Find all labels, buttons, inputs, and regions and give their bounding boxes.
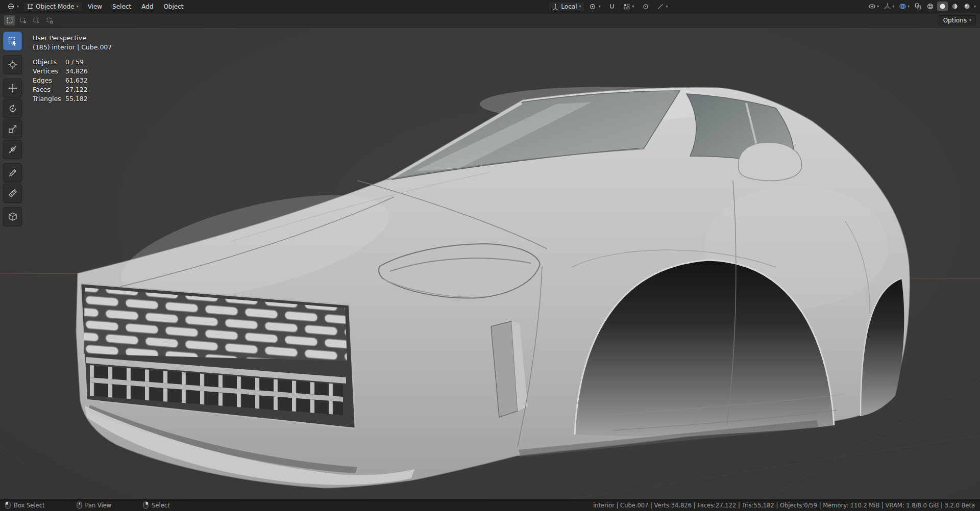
viewport-3d[interactable]: User Perspective (185) interior | Cube.0… bbox=[0, 28, 980, 499]
proportional-edit-icon bbox=[642, 3, 649, 10]
shading-solid-icon bbox=[939, 3, 946, 10]
chevron-down-icon: ▾ bbox=[969, 18, 971, 22]
chevron-down-icon: ▾ bbox=[666, 5, 668, 9]
hint-select: Select bbox=[143, 501, 169, 509]
chevron-down-icon: ▾ bbox=[908, 5, 910, 9]
tool-add-cube[interactable] bbox=[3, 207, 22, 226]
editor-type-icon bbox=[7, 3, 15, 10]
orientation-axes-icon bbox=[552, 3, 559, 10]
visibility-eye-icon bbox=[868, 3, 876, 10]
blender-window: ▾ Object Mode ▾ View Select Add Object bbox=[0, 0, 980, 511]
hint-label: Select bbox=[152, 502, 169, 509]
chevron-down-icon: ▾ bbox=[632, 5, 634, 9]
tool-scale[interactable] bbox=[3, 119, 22, 138]
menu-object[interactable]: Object bbox=[159, 2, 188, 12]
tool-transform[interactable] bbox=[3, 140, 22, 159]
proportional-falloff-dropdown[interactable]: ▾ bbox=[654, 2, 671, 11]
transform-controls-group: Local ▾ ▾ bbox=[548, 2, 671, 12]
tool-settings-bar: Options ▾ bbox=[0, 13, 980, 28]
shading-material-icon bbox=[951, 3, 959, 10]
tool-select-box[interactable] bbox=[3, 32, 22, 50]
select-mode-set-button[interactable] bbox=[4, 15, 15, 25]
proportional-edit-toggle[interactable] bbox=[639, 2, 652, 11]
editor-type-button[interactable]: ▾ bbox=[4, 2, 22, 11]
move-icon bbox=[8, 83, 18, 93]
select-mode-subtract-button[interactable] bbox=[31, 15, 42, 25]
tool-move[interactable] bbox=[3, 79, 22, 97]
menu-view[interactable]: View bbox=[83, 2, 107, 12]
stat-label: Vertices bbox=[33, 67, 65, 76]
annotate-pencil-icon bbox=[8, 168, 18, 178]
snap-settings-dropdown[interactable]: ▾ bbox=[620, 2, 638, 11]
rotate-icon bbox=[8, 104, 18, 114]
stat-label: Triangles bbox=[33, 94, 65, 104]
tool-measure[interactable] bbox=[3, 184, 22, 202]
object-visibility-dropdown[interactable]: ▾ bbox=[867, 2, 880, 11]
viewport-3d-scene[interactable] bbox=[0, 28, 980, 499]
shading-material-button[interactable] bbox=[949, 2, 960, 11]
snap-toggle[interactable] bbox=[605, 2, 619, 11]
tool-rotate[interactable] bbox=[3, 99, 22, 118]
select-set-icon bbox=[6, 17, 13, 24]
measure-icon bbox=[8, 188, 18, 198]
hint-label: Pan View bbox=[85, 502, 112, 509]
cursor-icon bbox=[8, 60, 18, 70]
car-model[interactable] bbox=[76, 87, 910, 488]
select-invert-icon bbox=[46, 17, 53, 24]
select-box-icon bbox=[8, 36, 18, 46]
snap-magnet-icon bbox=[608, 3, 616, 10]
overlays-icon bbox=[899, 3, 906, 10]
stat-value: 0 / 59 bbox=[65, 58, 84, 67]
shading-rendered-button[interactable] bbox=[962, 2, 972, 11]
stat-row: Objects 0 / 59 bbox=[33, 58, 112, 67]
select-mode-invert-button[interactable] bbox=[44, 15, 55, 25]
shading-solid-button[interactable] bbox=[937, 2, 948, 11]
perspective-label: User Perspective bbox=[33, 34, 112, 43]
gizmos-dropdown[interactable]: ▾ bbox=[882, 2, 896, 11]
mouse-middle-icon bbox=[77, 501, 82, 509]
transform-icon bbox=[8, 144, 18, 155]
mouse-right-icon bbox=[143, 501, 149, 509]
overlays-dropdown[interactable]: ▾ bbox=[897, 2, 911, 11]
viewport-text-overlay: User Perspective (185) interior | Cube.0… bbox=[33, 34, 112, 104]
shading-wireframe-button[interactable] bbox=[925, 2, 936, 11]
stat-value: 27,122 bbox=[65, 85, 88, 94]
pivot-point-dropdown[interactable]: ▾ bbox=[586, 2, 603, 11]
hint-box-select: Box Select bbox=[5, 501, 45, 509]
select-extend-icon bbox=[19, 17, 27, 24]
stat-label: Edges bbox=[33, 76, 65, 85]
options-dropdown[interactable]: Options ▾ bbox=[939, 15, 976, 25]
menu-add[interactable]: Add bbox=[137, 2, 158, 12]
side-mirror bbox=[738, 142, 801, 181]
scene-statistics: Objects 0 / 59 Vertices 34,826 Edges 61,… bbox=[33, 58, 112, 104]
stat-label: Faces bbox=[33, 85, 65, 94]
chevron-down-icon: ▾ bbox=[17, 5, 19, 9]
stat-row: Faces 27,122 bbox=[33, 85, 112, 94]
status-bar: Box Select Pan View Select interior | Cu… bbox=[0, 499, 980, 511]
transform-orientation-dropdown[interactable]: Local ▾ bbox=[548, 2, 584, 12]
hint-pan-view: Pan View bbox=[77, 501, 112, 509]
mode-dropdown[interactable]: Object Mode ▾ bbox=[23, 2, 82, 12]
menu-select[interactable]: Select bbox=[108, 2, 136, 12]
tool-annotate[interactable] bbox=[3, 163, 22, 182]
viewport-display-group: ▾ ▾ ▾ bbox=[867, 2, 976, 11]
mouse-left-icon bbox=[5, 501, 11, 509]
chevron-down-icon: ▾ bbox=[877, 5, 879, 9]
shading-rendered-icon bbox=[963, 3, 971, 10]
tool-shelf bbox=[3, 32, 22, 226]
context-label: (185) interior | Cube.007 bbox=[33, 43, 112, 52]
stat-label: Objects bbox=[33, 58, 65, 67]
object-mode-icon bbox=[27, 3, 34, 10]
xray-toggle[interactable] bbox=[913, 2, 923, 11]
chevron-down-icon: ▾ bbox=[579, 5, 581, 9]
select-mode-extend-button[interactable] bbox=[17, 15, 29, 25]
shading-wireframe-icon bbox=[926, 3, 934, 10]
stat-row: Vertices 34,826 bbox=[33, 67, 112, 76]
proportional-falloff-icon bbox=[657, 3, 664, 10]
tool-cursor[interactable] bbox=[3, 55, 22, 74]
chevron-down-icon: ▾ bbox=[77, 5, 79, 9]
orientation-label: Local bbox=[561, 3, 577, 10]
chevron-down-icon: ▾ bbox=[892, 5, 894, 9]
chevron-down-icon[interactable]: ▾ bbox=[974, 5, 976, 9]
gizmos-icon bbox=[884, 3, 891, 10]
